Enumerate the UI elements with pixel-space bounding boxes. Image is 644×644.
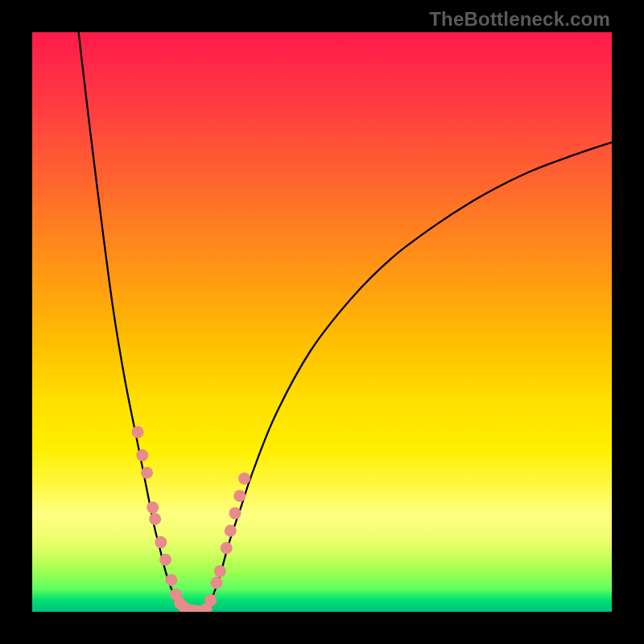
plot-area (32, 32, 612, 612)
data-marker (149, 513, 161, 525)
right-curve (206, 142, 612, 612)
data-marker (204, 594, 217, 606)
data-marker (141, 467, 153, 479)
data-marker (229, 507, 242, 519)
data-marker (155, 536, 167, 548)
data-marker (136, 449, 148, 461)
data-marker (210, 577, 222, 589)
data-marker (147, 502, 159, 514)
data-marker (238, 473, 250, 485)
chart-container: TheBottleneck.com (0, 0, 644, 644)
markers-right-group (196, 473, 250, 612)
watermark-text: TheBottleneck.com (429, 8, 610, 31)
data-marker (233, 490, 246, 502)
data-marker (225, 525, 237, 537)
data-marker (214, 565, 226, 577)
curves-svg (32, 32, 612, 612)
data-marker (165, 574, 177, 586)
markers-left-group (132, 426, 204, 612)
data-marker (132, 426, 144, 438)
left-curve (79, 32, 184, 612)
data-marker (221, 542, 233, 554)
data-marker (159, 554, 171, 566)
